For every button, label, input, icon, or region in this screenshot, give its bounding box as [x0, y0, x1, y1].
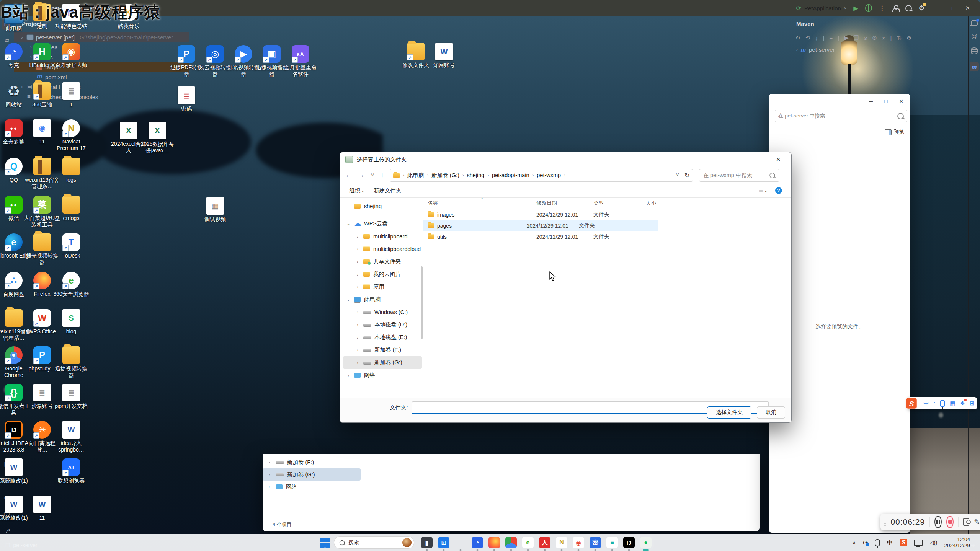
desktop-icon[interactable]: AI 联想浏览器: [53, 458, 90, 484]
expand-arrow-icon[interactable]: ›: [355, 360, 360, 365]
column-header-size[interactable]: 大小: [641, 200, 680, 207]
cancel-button[interactable]: 取消: [757, 406, 785, 419]
sidebar-item[interactable]: › 应用: [343, 280, 422, 293]
expand-arrow-icon[interactable]: ›: [355, 310, 360, 315]
taskbar-app-icon-quark[interactable]: ◔: [472, 537, 483, 548]
ime-indicator[interactable]: 中: [887, 539, 893, 546]
toolbox-grid-icon[interactable]: ⊞: [970, 400, 975, 407]
sidebar-item[interactable]: › 网络: [343, 369, 422, 381]
sogou-tray-icon[interactable]: S: [900, 539, 907, 546]
pause-button[interactable]: [934, 516, 942, 528]
sidebar-item[interactable]: › Windows (C:): [343, 306, 422, 318]
sidebar-item[interactable]: › 新加卷 (F:): [343, 344, 422, 356]
desktop-icon[interactable]: ▦ 调试视频: [197, 197, 234, 223]
skin-icon[interactable]: ❖: [960, 400, 965, 407]
column-header-date[interactable]: 修改日期: [532, 200, 589, 207]
column-header-type[interactable]: 类型: [589, 200, 641, 207]
taskbar-app-icon-recorder[interactable]: ◉: [573, 537, 584, 548]
desktop-icon[interactable]: W 知网账号: [426, 43, 462, 68]
expand-arrow-icon[interactable]: ›: [355, 285, 360, 289]
address-dropdown-icon[interactable]: ˅: [676, 172, 679, 179]
sogou-logo-icon[interactable]: S: [906, 398, 917, 409]
taskbar-app-icon-360se[interactable]: e: [522, 537, 534, 548]
expand-arrow-icon[interactable]: ›: [269, 484, 273, 489]
desktop-icon[interactable]: ◉ 金舟录屏大师: [53, 43, 90, 68]
file-row[interactable]: images 2024/12/29 12:01 文件夹: [423, 209, 791, 220]
close-button[interactable]: ✕: [771, 156, 786, 163]
desktop-icon[interactable]: X 2025数据库备份javax…: [139, 122, 176, 154]
taskbar-app-icon-widget[interactable]: ▮: [421, 537, 433, 548]
drag-handle[interactable]: [884, 518, 886, 526]
refresh-icon[interactable]: ↻: [684, 172, 689, 179]
network-icon[interactable]: [914, 540, 923, 546]
sidebar-item[interactable]: › 新加卷 (G:): [343, 356, 422, 369]
expand-arrow-icon[interactable]: ›: [346, 373, 351, 378]
taskbar-app-icon-explorer[interactable]: [455, 537, 466, 548]
desktop-icon[interactable]: N Navicat Premium 17: [53, 119, 90, 152]
sidebar-item[interactable]: › multiclipboardcloud: [343, 243, 422, 255]
stop-button[interactable]: [946, 516, 954, 528]
expand-arrow-icon[interactable]: ›: [355, 272, 360, 277]
forward-button[interactable]: →: [358, 171, 364, 179]
explorer-tree-item[interactable]: › 新加卷 (G:): [263, 468, 361, 481]
history-dropdown-icon[interactable]: ˅: [371, 171, 374, 179]
tray-clock[interactable]: 12:04 2024/12/29: [944, 536, 970, 549]
desktop-icon[interactable]: W idea导入springbo…: [53, 421, 90, 453]
soft-keyboard-icon[interactable]: ▦: [950, 400, 955, 407]
breadcrumb-segment[interactable]: pet-wxmp ›: [537, 172, 566, 178]
back-button[interactable]: ←: [345, 171, 352, 179]
expand-arrow-icon[interactable]: ›: [355, 234, 360, 239]
explorer-search-box[interactable]: 在 pet-server 中搜索: [775, 110, 907, 122]
minimize-button[interactable]: ─: [869, 98, 873, 104]
explorer-tree-item[interactable]: › 网络: [263, 481, 361, 493]
microphone-icon[interactable]: [875, 539, 880, 546]
sidebar-item[interactable]: › 共享文件夹: [343, 255, 422, 268]
sidebar-item[interactable]: ⌄ WPS云盘: [343, 217, 422, 230]
desktop-icon[interactable]: logs: [53, 158, 90, 183]
voice-input-icon[interactable]: [940, 400, 945, 407]
speaker-icon[interactable]: ◁)): [929, 540, 937, 546]
breadcrumb-segment[interactable]: 新加卷 (G:) ›: [431, 172, 464, 179]
desktop-icon[interactable]: W 系统修改(1): [0, 458, 32, 484]
desktop-icon[interactable]: T ToDesk: [53, 233, 90, 259]
tray-expand-icon[interactable]: ∧: [852, 540, 856, 546]
sidebar-item[interactable]: › 本地磁盘 (D:): [343, 318, 422, 331]
taskbar-search[interactable]: 搜索: [334, 536, 414, 549]
desktop-icon[interactable]: 迅捷视频转换器: [53, 346, 90, 378]
expand-arrow-icon[interactable]: ›: [269, 460, 273, 465]
new-folder-button[interactable]: 新建文件夹: [374, 187, 402, 194]
taskbar-app-icon-firefox[interactable]: [488, 537, 500, 548]
expand-arrow-icon[interactable]: ›: [355, 348, 360, 352]
preview-toggle[interactable]: 预览: [894, 129, 904, 135]
sidebar-item[interactable]: › 我的云图片: [343, 268, 422, 280]
explorer-tree-item[interactable]: › 新加卷 (F:): [263, 456, 361, 468]
desktop-icon[interactable]: aA 金舟批量重命名软件: [282, 45, 319, 77]
help-button[interactable]: ?: [775, 187, 782, 194]
breadcrumb-bar[interactable]: › 此电脑 › 新加卷 (G:) › shejing › pet-adopt-m…: [390, 169, 693, 182]
taskbar-app-icon-store[interactable]: ⊞: [438, 537, 449, 548]
dialog-search-box[interactable]: 在 pet-wxmp 中搜索: [699, 169, 779, 182]
column-header-name[interactable]: 名称: [423, 200, 532, 207]
taskbar-app-icon-navicat[interactable]: N: [556, 537, 567, 548]
file-row[interactable]: utils 2024/12/29 12:01 文件夹: [423, 231, 791, 242]
desktop-icon[interactable]: errlogs: [53, 196, 90, 222]
desktop-icon[interactable]: ≣ jspm开发文档: [53, 384, 90, 409]
breadcrumb-segment[interactable]: shejing ›: [467, 172, 490, 178]
expand-arrow-icon[interactable]: ›: [355, 335, 360, 340]
expand-arrow-icon[interactable]: ⌄: [346, 297, 351, 302]
view-mode-button[interactable]: ≣ ▾: [758, 187, 767, 194]
expand-arrow-icon[interactable]: ›: [355, 247, 360, 251]
annotate-pencil-icon[interactable]: ✎: [974, 518, 980, 527]
breadcrumb-segment[interactable]: pet-adopt-main ›: [492, 172, 534, 178]
organize-menu[interactable]: 组织 ▾: [349, 187, 364, 194]
taskbar-app-icon-notes[interactable]: ≡: [606, 537, 618, 548]
expand-arrow-icon[interactable]: ›: [269, 472, 273, 477]
desktop-icon[interactable]: e 360安全浏览器: [53, 272, 90, 297]
sidebar-item[interactable]: › 本地磁盘 (E:): [343, 331, 422, 344]
expand-arrow-icon[interactable]: ⌄: [346, 221, 351, 226]
ime-mode-icon[interactable]: 中: [923, 400, 929, 407]
sidebar-item[interactable]: › multiclipboard: [343, 230, 422, 243]
select-folder-button[interactable]: 选择文件夹: [707, 406, 751, 419]
taskbar-app-icon-idea[interactable]: IJ: [623, 537, 635, 548]
screenshot-camera-icon[interactable]: [963, 518, 969, 526]
